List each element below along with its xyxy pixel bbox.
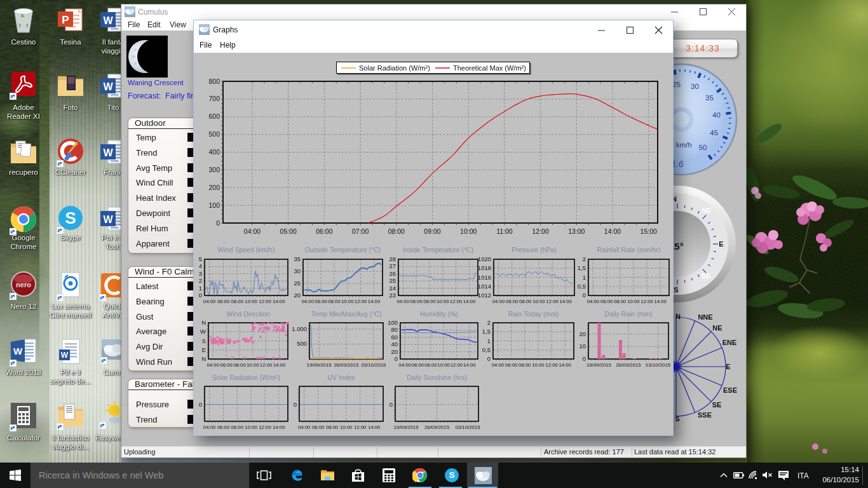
svg-text:W: W	[13, 346, 23, 356]
svg-text:E: E	[719, 240, 723, 248]
svg-text:11:00: 11:00	[496, 227, 513, 235]
svg-text:W: W	[61, 351, 69, 360]
svg-text:N: N	[201, 319, 206, 326]
svg-text:08:00: 08:00	[519, 362, 531, 368]
svg-text:06:00: 06:00	[312, 424, 325, 430]
svg-text:600: 600	[208, 112, 220, 120]
svg-text:10:00: 10:00	[245, 424, 257, 430]
svg-text:1: 1	[583, 274, 586, 281]
svg-text:N: N	[675, 313, 681, 320]
svg-text:25: 25	[672, 81, 681, 88]
svg-text:SE: SE	[702, 272, 711, 280]
svg-text:4: 4	[199, 262, 202, 269]
svg-text:Wind Direction: Wind Direction	[226, 310, 269, 318]
svg-text:30: 30	[294, 268, 301, 274]
svg-text:14:00: 14:00	[273, 424, 285, 430]
svg-text:06:00: 06:00	[220, 362, 233, 368]
svg-text:08:00: 08:00	[519, 299, 532, 304]
svg-text:12:00: 12:00	[259, 299, 271, 304]
svg-text:04:00: 04:00	[298, 424, 311, 430]
svg-text:06:00: 06:00	[600, 299, 613, 304]
svg-text:40: 40	[391, 341, 398, 348]
svg-text:400: 400	[208, 148, 220, 156]
svg-text:Solar Radiation (W/m²): Solar Radiation (W/m²)	[212, 374, 280, 381]
svg-text:19/09/2015: 19/09/2015	[587, 362, 612, 368]
svg-text:nero: nero	[16, 281, 31, 288]
svg-text:1,5: 1,5	[578, 264, 586, 271]
svg-text:ENE: ENE	[722, 339, 737, 346]
svg-text:25: 25	[389, 277, 396, 284]
svg-text:28: 28	[389, 255, 396, 262]
svg-text:E: E	[726, 363, 730, 370]
svg-text:19/09/2015: 19/09/2015	[393, 424, 419, 430]
svg-text:0: 0	[487, 355, 491, 362]
svg-text:1012: 1012	[478, 292, 491, 299]
svg-text:0: 0	[199, 292, 202, 299]
svg-text:NNE: NNE	[698, 313, 712, 321]
svg-text:04:00: 04:00	[207, 362, 220, 368]
svg-text:Humidity (%): Humidity (%)	[420, 310, 458, 318]
svg-text:26: 26	[389, 270, 396, 277]
svg-text:300: 300	[208, 166, 220, 173]
svg-text:12:00: 12:00	[451, 362, 463, 368]
svg-text:06:00: 06:00	[505, 362, 518, 368]
svg-text:100: 100	[208, 201, 220, 209]
svg-text:14:00: 14:00	[604, 227, 621, 235]
svg-text:0: 0	[390, 401, 393, 408]
svg-text:08:00: 08:00	[326, 424, 339, 430]
svg-text:1.000: 1.000	[292, 325, 307, 332]
svg-text:06:00: 06:00	[316, 227, 332, 235]
svg-text:15:00: 15:00	[641, 227, 657, 235]
svg-text:14:00: 14:00	[368, 299, 381, 304]
svg-text:23: 23	[389, 292, 396, 299]
svg-text:S: S	[202, 337, 206, 344]
svg-text:12:00: 12:00	[355, 299, 367, 304]
svg-text:100: 100	[388, 319, 398, 326]
svg-text:20: 20	[391, 348, 398, 355]
svg-text:0,5: 0,5	[578, 283, 586, 290]
svg-text:0: 0	[199, 401, 202, 408]
svg-text:14:00: 14:00	[559, 299, 572, 304]
svg-text:06:00: 06:00	[217, 424, 230, 430]
svg-text:24: 24	[389, 285, 396, 292]
svg-text:UV Index: UV Index	[327, 374, 355, 381]
svg-text:Rainfall Rate (mm/hr): Rainfall Rate (mm/hr)	[597, 246, 661, 254]
svg-text:06:00: 06:00	[315, 299, 327, 304]
svg-text:2: 2	[199, 277, 202, 284]
svg-text:04:00: 04:00	[492, 362, 505, 368]
svg-text:05:00: 05:00	[280, 227, 297, 235]
svg-text:2: 2	[487, 319, 491, 326]
svg-text:SSE: SSE	[698, 411, 712, 419]
svg-text:06:00: 06:00	[506, 299, 519, 304]
svg-text:SE: SE	[712, 401, 722, 409]
svg-text:09:00: 09:00	[424, 227, 440, 235]
svg-text:03/10/2015: 03/10/2015	[646, 362, 671, 368]
svg-text:10:00: 10:00	[247, 362, 259, 368]
svg-text:14:00: 14:00	[559, 362, 571, 368]
svg-text:10: 10	[579, 342, 586, 349]
svg-text:Daily Sunshine (hrs): Daily Sunshine (hrs)	[407, 374, 467, 381]
svg-text:1020: 1020	[478, 255, 491, 262]
svg-text:0: 0	[583, 355, 586, 362]
svg-text:08:00: 08:00	[423, 299, 436, 304]
svg-text:800: 800	[208, 78, 220, 85]
svg-text:10:00: 10:00	[340, 424, 353, 430]
svg-text:10:00: 10:00	[627, 299, 640, 304]
svg-text:S: S	[65, 208, 76, 227]
svg-text:40: 40	[712, 111, 721, 119]
svg-text:1014: 1014	[478, 283, 491, 290]
svg-text:10:00: 10:00	[437, 362, 450, 368]
svg-text:10:00: 10:00	[532, 299, 545, 304]
svg-text:1018: 1018	[478, 264, 491, 271]
svg-text:E: E	[202, 346, 206, 353]
svg-text:W: W	[103, 147, 113, 158]
svg-text:Wind Speed (km/h): Wind Speed (km/h)	[218, 246, 275, 254]
svg-text:12:00: 12:00	[260, 362, 273, 368]
svg-text:35: 35	[705, 94, 714, 102]
svg-text:12:00: 12:00	[641, 299, 653, 304]
svg-text:12:00: 12:00	[545, 362, 558, 368]
svg-text:25: 25	[294, 280, 301, 287]
svg-text:1: 1	[487, 337, 491, 344]
svg-text:14:00: 14:00	[273, 299, 285, 304]
svg-text:26/09/2015: 26/09/2015	[424, 424, 450, 430]
